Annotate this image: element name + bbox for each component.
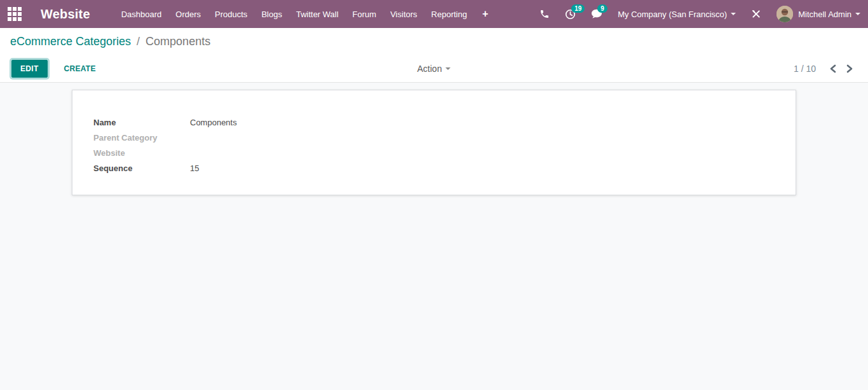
field-row-parent-category: Parent Category xyxy=(93,130,776,145)
action-dropdown-label: Action xyxy=(417,64,442,74)
wrench-screwdriver-icon xyxy=(751,9,761,19)
developer-tools-button[interactable] xyxy=(743,0,769,28)
company-label: My Company (San Francisco) xyxy=(618,10,727,19)
pager-value: 1 / 10 xyxy=(794,64,816,74)
messages-count-badge: 9 xyxy=(597,4,607,13)
phone-icon xyxy=(539,9,550,19)
top-navbar: Website Dashboard Orders Products Blogs … xyxy=(0,0,868,28)
field-value-sequence[interactable]: 15 xyxy=(190,164,199,173)
user-name: Mitchell Admin xyxy=(798,10,851,19)
activities-button[interactable]: 19 xyxy=(557,0,583,28)
plus-icon[interactable]: + xyxy=(474,8,496,20)
edit-button[interactable]: EDIT xyxy=(11,60,48,78)
apps-grid-icon xyxy=(8,7,22,21)
caret-down-icon xyxy=(731,13,736,15)
activities-count-badge: 19 xyxy=(571,4,585,13)
control-panel: EDIT CREATE Action 1 / 10 xyxy=(0,55,868,83)
phone-button[interactable] xyxy=(532,0,557,28)
user-menu[interactable]: Mitchell Admin xyxy=(769,0,868,28)
messages-button[interactable]: 9 xyxy=(583,0,610,28)
breadcrumb-link-ecommerce-categories[interactable]: eCommerce Categories xyxy=(10,35,131,48)
nav-item-visitors[interactable]: Visitors xyxy=(383,8,424,20)
caret-down-icon xyxy=(855,13,860,15)
app-menu: Dashboard Orders Products Blogs Twitter … xyxy=(114,8,497,20)
nav-item-orders[interactable]: Orders xyxy=(168,8,208,20)
nav-item-dashboard[interactable]: Dashboard xyxy=(114,8,169,20)
nav-item-products[interactable]: Products xyxy=(208,8,254,20)
nav-item-twitter-wall[interactable]: Twitter Wall xyxy=(289,8,346,20)
pager-previous-button[interactable] xyxy=(825,62,841,76)
field-row-website: Website xyxy=(93,145,776,160)
action-dropdown[interactable]: Action xyxy=(412,60,456,77)
caret-down-icon xyxy=(445,67,451,70)
form-view-container: Name Components Parent Category Website … xyxy=(0,83,868,390)
field-label-parent-category: Parent Category xyxy=(93,133,190,143)
field-label-name: Name xyxy=(93,118,190,127)
field-label-website: Website xyxy=(93,148,190,158)
nav-item-forum[interactable]: Forum xyxy=(346,8,384,20)
field-label-sequence: Sequence xyxy=(93,164,190,173)
user-avatar xyxy=(776,6,793,22)
field-value-name[interactable]: Components xyxy=(190,118,237,127)
nav-item-reporting[interactable]: Reporting xyxy=(424,8,474,20)
field-row-name: Name Components xyxy=(93,115,776,130)
breadcrumb: eCommerce Categories / Components xyxy=(0,28,868,55)
create-button[interactable]: CREATE xyxy=(59,60,101,77)
pager-next-button[interactable] xyxy=(841,62,858,76)
chevron-left-icon xyxy=(829,64,837,73)
breadcrumb-separator: / xyxy=(137,35,140,48)
nav-item-blogs[interactable]: Blogs xyxy=(254,8,289,20)
company-switcher[interactable]: My Company (San Francisco) xyxy=(610,0,743,28)
chevron-right-icon xyxy=(846,64,853,73)
app-title[interactable]: Website xyxy=(41,7,90,22)
breadcrumb-current: Components xyxy=(146,35,210,48)
form-sheet: Name Components Parent Category Website … xyxy=(72,90,796,195)
field-row-sequence: Sequence 15 xyxy=(93,160,776,176)
apps-menu-button[interactable] xyxy=(0,0,29,28)
